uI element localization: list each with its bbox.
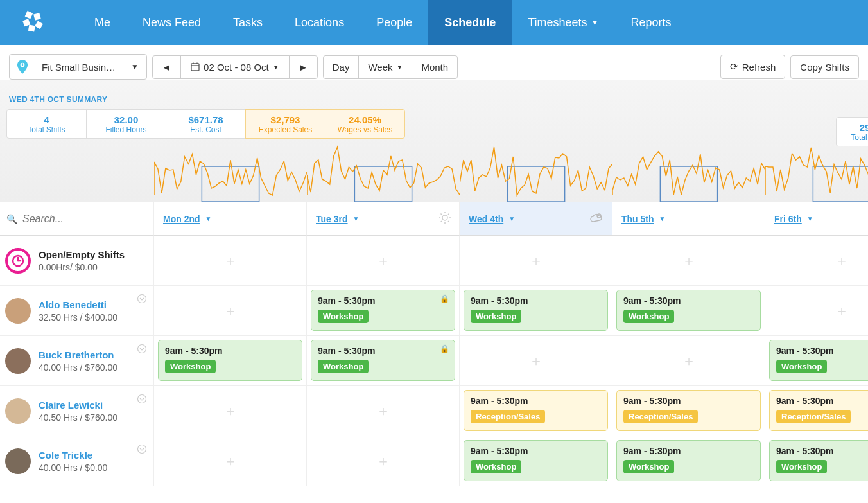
employee-name: Claire Lewicki [39, 400, 117, 410]
schedule-cell[interactable]: 9am - 5:30pmWorkshop🔒 [307, 336, 460, 386]
shift-tag: Workshop [776, 360, 827, 373]
view-week-button[interactable]: Week▼ [358, 55, 412, 79]
day-header-2[interactable]: Wed 4th▼ [460, 202, 612, 236]
schedule-cell[interactable]: 9am - 5:30pmWorkshop [460, 286, 612, 336]
employee-name: Open/Empty Shifts [39, 249, 125, 260]
employee-cell[interactable]: Aldo Benedetti32.50 Hrs / $400.00 [0, 286, 154, 336]
shift-card[interactable]: 9am - 5:30pmReception/Sales [769, 390, 868, 431]
schedule-cell[interactable]: ＋ [765, 236, 868, 286]
schedule-cell[interactable]: ＋ [765, 286, 868, 336]
schedule-cell[interactable]: 9am - 5:30pmWorkshop [154, 336, 307, 386]
employee-cell[interactable]: Open/Empty Shifts0.00Hrs/ $0.00 [0, 236, 154, 286]
nav-schedule[interactable]: Schedule [428, 0, 512, 45]
nav-me[interactable]: Me [78, 0, 126, 45]
schedule-cell[interactable]: 9am - 5:30pmWorkshop [765, 336, 868, 386]
shift-card[interactable]: 9am - 5:30pmWorkshop🔒 [311, 340, 455, 381]
schedule-cell[interactable]: ＋ [460, 336, 612, 386]
chevron-down-icon[interactable] [137, 444, 147, 456]
day-link[interactable]: Wed 4th [469, 214, 503, 224]
schedule-cell[interactable]: 9am - 5:30pmReception/Sales [765, 386, 868, 436]
shift-card[interactable]: 9am - 5:30pmWorkshop [769, 440, 868, 481]
add-shift-button[interactable]: ＋ [376, 251, 390, 270]
schedule-cell[interactable]: ＋ [154, 286, 307, 336]
chevron-down-icon: ▼ [131, 62, 146, 71]
shift-card[interactable]: 9am - 5:30pmReception/Sales [464, 390, 608, 431]
add-shift-button[interactable]: ＋ [376, 452, 390, 471]
schedule-cell[interactable]: ＋ [460, 236, 612, 286]
schedule-cell[interactable]: 9am - 5:30pmWorkshop [612, 436, 765, 486]
schedule-cell[interactable]: 9am - 5:30pmWorkshop [765, 436, 868, 486]
day-link[interactable]: Thu 5th [621, 214, 654, 224]
shift-card[interactable]: 9am - 5:30pmReception/Sales [616, 390, 761, 431]
stat-value: 29 [860, 122, 868, 133]
add-shift-button[interactable]: ＋ [835, 251, 849, 270]
add-shift-button[interactable]: ＋ [223, 301, 238, 321]
employee-cell[interactable]: Claire Lewicki40.50 Hrs / $760.00 [0, 386, 154, 436]
nav-reports[interactable]: Reports [615, 0, 688, 45]
schedule-cell[interactable]: ＋ [307, 436, 460, 486]
prev-week-button[interactable]: ◄ [152, 55, 181, 79]
stat-label: Total Shifts [28, 125, 65, 134]
view-month-button[interactable]: Month [412, 55, 458, 79]
schedule-cell[interactable]: 9am - 5:30pmWorkshop [460, 436, 612, 486]
day-link[interactable]: Tue 3rd [316, 214, 348, 224]
shift-card[interactable]: 9am - 5:30pmWorkshop🔒 [311, 290, 455, 331]
add-shift-button[interactable]: ＋ [223, 251, 238, 270]
nav-tasks[interactable]: Tasks [217, 0, 279, 45]
schedule-cell[interactable]: ＋ [612, 336, 765, 386]
employee-cell[interactable]: Cole Trickle40.00 Hrs / $0.00 [0, 436, 154, 486]
copy-shifts-button[interactable]: Copy Shifts [790, 55, 859, 79]
schedule-cell[interactable]: ＋ [154, 436, 307, 486]
shift-card[interactable]: 9am - 5:30pmWorkshop [158, 340, 302, 381]
next-week-button[interactable]: ► [289, 55, 318, 79]
schedule-cell[interactable]: 9am - 5:30pmWorkshop [612, 286, 765, 336]
add-shift-button[interactable]: ＋ [529, 251, 543, 270]
svg-line-23 [441, 221, 442, 222]
add-shift-button[interactable]: ＋ [223, 402, 238, 421]
shift-tag: Reception/Sales [776, 410, 851, 423]
shift-card[interactable]: 9am - 5:30pmWorkshop [769, 340, 868, 381]
add-shift-button[interactable]: ＋ [529, 351, 543, 371]
refresh-button[interactable]: ⟳ Refresh [720, 55, 786, 79]
search-input[interactable] [22, 213, 152, 225]
svg-line-21 [441, 214, 442, 215]
schedule-cell[interactable]: ＋ [307, 386, 460, 436]
day-link[interactable]: Fri 6th [774, 214, 802, 224]
shift-card[interactable]: 9am - 5:30pmWorkshop [464, 440, 608, 481]
day-link[interactable]: Mon 2nd [163, 214, 200, 224]
add-shift-button[interactable]: ＋ [376, 402, 390, 421]
schedule-cell[interactable]: 9am - 5:30pmWorkshop🔒 [307, 286, 460, 336]
location-select[interactable]: Fit Small Busin… ▼ [9, 54, 147, 80]
schedule-cell[interactable]: ＋ [154, 236, 307, 286]
svg-rect-7 [191, 64, 199, 71]
sparkline-row [154, 137, 868, 202]
day-header-0[interactable]: Mon 2nd▼ [154, 202, 307, 236]
nav-locations[interactable]: Locations [279, 0, 360, 45]
shift-card[interactable]: 9am - 5:30pmWorkshop [464, 290, 608, 331]
schedule-cell[interactable]: ＋ [612, 236, 765, 286]
schedule-cell[interactable]: 9am - 5:30pmReception/Sales [460, 386, 612, 436]
nav-timesheets[interactable]: Timesheets▼ [512, 0, 614, 45]
chevron-down-icon[interactable] [137, 294, 147, 306]
shift-card[interactable]: 9am - 5:30pmWorkshop [616, 290, 761, 331]
nav-news-feed[interactable]: News Feed [126, 0, 217, 45]
day-header-4[interactable]: Fri 6th▼ [765, 202, 868, 236]
schedule-cell[interactable]: ＋ [307, 236, 460, 286]
date-range-button[interactable]: 02 Oct - 08 Oct ▼ [180, 55, 290, 79]
chevron-down-icon[interactable] [137, 394, 147, 406]
day-header-1[interactable]: Tue 3rd▼ [307, 202, 460, 236]
chevron-down-icon[interactable] [137, 344, 147, 356]
shift-card[interactable]: 9am - 5:30pmWorkshop [616, 440, 761, 481]
add-shift-button[interactable]: ＋ [223, 452, 238, 471]
schedule-cell[interactable]: ＋ [154, 386, 307, 436]
add-shift-button[interactable]: ＋ [682, 251, 696, 270]
schedule-cell[interactable]: 9am - 5:30pmReception/Sales [612, 386, 765, 436]
employee-cell[interactable]: Buck Bretherton40.00 Hrs / $760.00 [0, 336, 154, 386]
add-shift-button[interactable]: ＋ [835, 301, 849, 321]
view-day-button[interactable]: Day [323, 55, 360, 79]
employee-meta: 40.00 Hrs / $0.00 [39, 463, 107, 473]
nav-people[interactable]: People [360, 0, 428, 45]
svg-point-29 [138, 295, 146, 303]
add-shift-button[interactable]: ＋ [682, 351, 696, 371]
day-header-3[interactable]: Thu 5th▼ [612, 202, 765, 236]
